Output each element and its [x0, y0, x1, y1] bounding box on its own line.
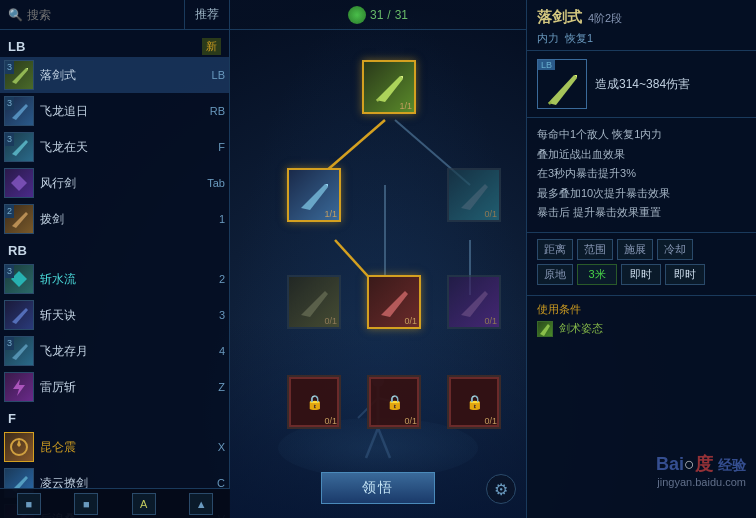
category-rb-label: RB	[8, 243, 27, 258]
node-icon-6[interactable]: 0/1	[447, 275, 501, 329]
stat-value-cast: 即时	[621, 264, 661, 285]
new-badge: 新	[202, 38, 221, 55]
node-counter-9: 0/1	[484, 416, 497, 426]
skill-item-fei-zhui[interactable]: 3 飞龙追日 RB	[0, 93, 229, 129]
tree-node-9[interactable]: 🔒 0/1	[445, 375, 503, 433]
skill-icon-zhan	[4, 300, 34, 330]
tree-node-7[interactable]: 🔒 0/1	[285, 375, 343, 433]
tree-node-3[interactable]: 0/1	[445, 168, 503, 226]
lock-icon-7: 🔒	[306, 394, 323, 410]
node-counter-7: 0/1	[324, 416, 337, 426]
tree-node-6[interactable]: 0/1	[445, 275, 503, 333]
skill-img-lei	[8, 376, 30, 398]
skill-level-fei3: 3	[5, 337, 14, 350]
lock-icon-8: 🔒	[386, 394, 403, 410]
category-f-label: F	[8, 411, 16, 426]
node-counter-2: 1/1	[324, 209, 337, 219]
req-icon-svg	[538, 322, 552, 336]
preview-sword-svg	[542, 69, 582, 109]
watermark-circle: ○	[684, 454, 695, 474]
recommend-button[interactable]: 推荐	[185, 0, 229, 29]
node-icon-7[interactable]: 🔒 0/1	[287, 375, 341, 429]
skill-icon-xin: 3	[4, 264, 34, 294]
search-box[interactable]: 🔍	[0, 0, 185, 29]
tree-node-1[interactable]: 1/1	[360, 60, 418, 118]
watermark: Bai○度 经验 jingyan.baidu.com	[656, 452, 746, 488]
skill-level-xin: 3	[5, 265, 14, 278]
node-icon-1[interactable]: 1/1	[362, 60, 416, 114]
desc-line-1: 每命中1个敌人 恢复1内力	[537, 126, 746, 144]
collect-button[interactable]: 领悟	[321, 472, 435, 504]
skill-level-bo: 2	[5, 205, 14, 218]
skill-img-zhan	[8, 304, 30, 326]
skill-item-zhan[interactable]: 斩天诀 3	[0, 297, 229, 333]
skill-name-fei3: 飞龙存月	[40, 343, 196, 360]
node-icon-9[interactable]: 🔒 0/1	[447, 375, 501, 429]
toolbar-btn-up[interactable]: ▲	[189, 493, 213, 515]
skill-item-feng[interactable]: 风行剑 Tab	[0, 165, 229, 201]
skill-item-luo-jian[interactable]: 3 落剑式 LB	[0, 57, 229, 93]
skill-item-fei3[interactable]: 3 飞龙存月 4	[0, 333, 229, 369]
req-item-1: 剑术姿态	[537, 321, 746, 337]
skill-img-feng	[8, 172, 30, 194]
skill-item-bo[interactable]: 2 拨剑 1	[0, 201, 229, 237]
stats-row-1: 距离 范围 施展 冷却	[537, 239, 746, 260]
skill-icon-bo: 2	[4, 204, 34, 234]
toolbar-btn-1[interactable]: ■	[17, 493, 41, 515]
skill-key-lei: Z	[200, 381, 225, 393]
stat-value-range: 3米	[577, 264, 617, 285]
watermark-du: 度	[695, 454, 713, 474]
skill-item-kun[interactable]: 昆仑震 X	[0, 429, 229, 465]
stats-row-2: 原地 3米 即时 即时	[537, 264, 746, 285]
tree-node-2[interactable]: 1/1	[285, 168, 343, 226]
main-container: 🔍 推荐 LB 新 3 落剑式 LB	[0, 0, 756, 518]
skill-name-zhan: 斩天诀	[40, 307, 196, 324]
right-panel: 落剑式 4阶2段 内力 恢复1 LB 造成314~384伤害	[526, 0, 756, 518]
skill-preview-img	[542, 69, 582, 109]
skill-key-fei-zhui: RB	[200, 105, 225, 117]
desc-line-2: 叠加近战出血效果	[537, 146, 746, 164]
node-counter-1: 1/1	[399, 101, 412, 111]
node-icon-3[interactable]: 0/1	[447, 168, 501, 222]
node-icon-8[interactable]: 🔒 0/1	[367, 375, 421, 429]
node-icon-4[interactable]: 0/1	[287, 275, 341, 329]
skill-name-main: 落剑式	[537, 8, 582, 27]
search-input[interactable]	[27, 8, 176, 22]
skill-preview: LB 造成314~384伤害	[527, 51, 756, 118]
stat-label-cast: 施展	[617, 239, 653, 260]
settings-button[interactable]: ⚙	[486, 474, 516, 504]
tree-content: 1/1 1/1	[230, 30, 526, 518]
node-icon-2[interactable]: 1/1	[287, 168, 341, 222]
skill-stats: 距离 范围 施展 冷却 原地 3米 即时 即时	[527, 233, 756, 296]
skill-tags: 内力 恢复1	[537, 31, 746, 46]
skill-icon-luo: 3	[4, 60, 34, 90]
skill-detail-header: 落剑式 4阶2段 内力 恢复1	[527, 0, 756, 51]
search-icon: 🔍	[8, 8, 23, 22]
skill-item-fei-tian[interactable]: 3 飞龙在天 F	[0, 129, 229, 165]
skill-icon-fei-zhui: 3	[4, 96, 34, 126]
tree-node-4[interactable]: 0/1	[285, 275, 343, 333]
watermark-jingyan: 经验	[718, 457, 746, 473]
node-counter-6: 0/1	[484, 316, 497, 326]
skill-name-xin: 斩水流	[40, 271, 196, 288]
toolbar-btn-a[interactable]: A	[132, 493, 156, 515]
lock-icon-9: 🔒	[466, 394, 483, 410]
skill-key-zhan: 3	[200, 309, 225, 321]
skill-item-lei[interactable]: 雷厉斩 Z	[0, 369, 229, 405]
tree-node-8[interactable]: 🔒 0/1	[365, 375, 423, 433]
node-icon-5[interactable]: 0/1	[367, 275, 421, 329]
toolbar-btn-2[interactable]: ■	[74, 493, 98, 515]
skill-key-feng: Tab	[200, 177, 225, 189]
category-f-header: F	[0, 405, 229, 429]
desc-line-4: 最多叠加10次提升暴击效果	[537, 185, 746, 203]
skill-key-fei-tian: F	[200, 141, 225, 153]
skill-icon-feng	[4, 168, 34, 198]
skill-detail-title: 落剑式 4阶2段	[537, 8, 746, 27]
skill-damage-text: 造成314~384伤害	[595, 76, 690, 93]
skill-name-kun: 昆仑震	[40, 439, 196, 456]
tree-node-5[interactable]: 0/1	[365, 275, 423, 333]
skill-img-kun	[8, 436, 30, 458]
skill-item-xin[interactable]: 3 斩水流 2	[0, 261, 229, 297]
node-counter-4: 0/1	[324, 316, 337, 326]
node-counter-5: 0/1	[404, 316, 417, 326]
